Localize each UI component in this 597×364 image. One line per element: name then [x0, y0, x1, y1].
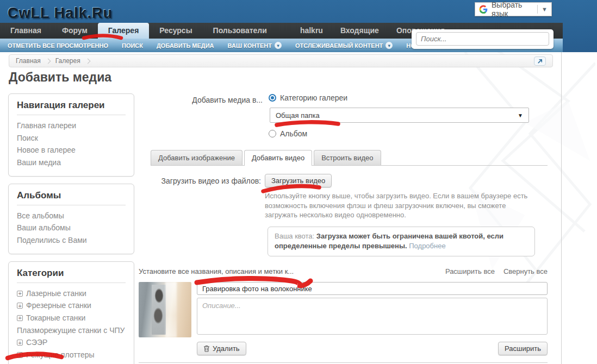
quota-label: Ваша квота:	[275, 232, 314, 240]
media-description-textarea[interactable]	[197, 298, 548, 335]
chevron-right-icon	[45, 58, 51, 64]
video-thumbnail[interactable]	[139, 282, 191, 337]
sidebar-item-all-albums[interactable]: Все альбомы	[17, 210, 126, 222]
tab-embed-video[interactable]: Встроить видео	[314, 150, 381, 165]
sidebar-categories: Категории Лазерные станки Фрезерные стан…	[8, 261, 134, 364]
chevron-down-icon	[275, 42, 282, 49]
add-to-label: Добавить медиа в...	[139, 93, 263, 138]
category-select[interactable]: Общая папка ▼	[270, 108, 529, 123]
external-arrow-icon[interactable]	[534, 57, 546, 66]
page-title: Добавить медиа	[9, 70, 111, 85]
expand-all-link[interactable]: Расширить все	[445, 267, 495, 275]
search-container	[412, 29, 554, 49]
divider	[139, 362, 548, 363]
search-input[interactable]	[416, 32, 549, 46]
upload-help-text: Используйте кнопку выше, чтобы загрузить…	[265, 191, 539, 220]
collapse-all-link[interactable]: Свернуть все	[503, 267, 548, 275]
site-logo[interactable]: CwLL Halk.Ru	[8, 5, 113, 22]
trash-icon	[203, 345, 210, 352]
translate-separator	[537, 5, 538, 14]
thumbnail-engraving-plate	[152, 285, 166, 335]
delete-media-button[interactable]: Удалить	[197, 342, 246, 355]
sidebar: Навигация галереи Главная галереи Поиск …	[8, 93, 134, 364]
toolbar-search[interactable]: ПОИСК	[122, 42, 143, 49]
thumbnail-glare	[165, 282, 177, 337]
expand-plus-icon[interactable]	[17, 291, 23, 297]
radio-unselected-icon[interactable]	[269, 130, 276, 137]
sidebar-item-your-media[interactable]: Ваши медиа	[17, 156, 126, 169]
nav-tab-home[interactable]: Главная	[0, 23, 52, 39]
translate-widget[interactable]: Выбрать язык ▼	[475, 2, 552, 16]
sidebar-item-new-in-gallery[interactable]: Новое в галерее	[17, 144, 126, 156]
nav-tab-gallery[interactable]: Галерея	[98, 23, 150, 39]
sidebar-item-shared-with-you[interactable]: Поделились с Вами	[17, 234, 126, 247]
quota-box: Ваша квота: Загрузка может быть ограниче…	[268, 227, 535, 257]
sidebar-albums: Альбомы Все альбомы Ваши альбомы Поделил…	[8, 184, 134, 254]
toolbar-mark-read[interactable]: ОТМЕТИТЬ ВСЕ ПРОСМОТРЕННО	[8, 42, 108, 49]
sidebar-item-gallery-home[interactable]: Главная галереи	[17, 120, 126, 132]
sidebar-item-your-albums[interactable]: Ваши альбомы	[17, 222, 126, 234]
radio-selected-icon[interactable]	[269, 94, 276, 102]
sidebar-section-title: Навигация галереи	[17, 100, 126, 115]
expand-plus-icon[interactable]	[17, 340, 23, 346]
chevron-down-icon	[385, 42, 393, 49]
chevron-right-icon	[85, 58, 90, 64]
translate-label: Выбрать язык	[492, 1, 533, 18]
add-media-form: Добавить медиа в... Категорию галереи Об…	[139, 93, 548, 364]
category-milling[interactable]: Фрезерные станки	[17, 299, 126, 312]
media-type-tabs: Добавить изображение Добавить видео Встр…	[151, 150, 548, 166]
expand-plus-icon[interactable]	[17, 315, 23, 321]
tab-add-image[interactable]: Добавить изображение	[151, 150, 242, 165]
nav-tab-resources[interactable]: Ресурсы	[149, 23, 202, 39]
expand-plus-icon[interactable]	[17, 303, 23, 309]
category-plasma[interactable]: Плазморежущие станки с ЧПУ	[17, 324, 126, 337]
category-seer[interactable]: СЭЭР	[17, 336, 126, 349]
sidebar-gallery-navigation: Навигация галереи Главная галереи Поиск …	[8, 93, 134, 177]
page-right-border	[561, 52, 562, 364]
category-plotters[interactable]: Режущие плоттеры	[17, 349, 126, 361]
quota-more-link[interactable]: Подробнее	[409, 242, 445, 250]
category-laser[interactable]: Лазерные станки	[17, 287, 126, 300]
chevron-down-icon: ▼	[518, 112, 523, 118]
nav-username[interactable]: halkru	[291, 23, 332, 39]
category-presses[interactable]: Тигельные прессы	[17, 361, 126, 364]
set-all-label: Установите все названия, описания и метк…	[139, 267, 294, 275]
google-g-icon	[479, 5, 488, 14]
radio-album[interactable]: Альбом	[269, 129, 548, 138]
sidebar-section-title: Альбомы	[17, 190, 126, 205]
toolbar-followed-content[interactable]: ОТСЛЕЖИВАЕМЫЙ КОНТЕНТ	[295, 42, 393, 49]
media-item	[139, 282, 548, 337]
breadcrumb-home[interactable]: Главная	[16, 57, 41, 65]
breadcrumb: Главная Галерея	[9, 54, 553, 67]
breadcrumb-gallery[interactable]: Галерея	[55, 57, 80, 65]
tab-add-video[interactable]: Добавить видео	[244, 150, 312, 166]
chevron-down-icon[interactable]: ▼	[542, 6, 548, 12]
expand-media-button[interactable]: Расширить	[498, 342, 548, 355]
media-title-input[interactable]	[197, 282, 548, 295]
expand-plus-icon[interactable]	[17, 352, 23, 358]
radio-gallery-category[interactable]: Категорию галереи	[269, 93, 548, 102]
sidebar-section-title: Категории	[17, 268, 126, 283]
category-lathe[interactable]: Токарные станки	[17, 312, 126, 324]
upload-from-files-label: Загрузить видео из файлов:	[139, 177, 261, 185]
upload-video-button[interactable]: Загрузить видео	[265, 174, 332, 187]
nav-tab-forum[interactable]: Форум	[52, 23, 98, 39]
sidebar-item-search[interactable]: Поиск	[17, 132, 126, 145]
toolbar-your-content[interactable]: ВАШ КОНТЕНТ	[228, 42, 282, 49]
nav-tab-users[interactable]: Пользователи	[203, 23, 277, 39]
nav-inbox[interactable]: Входящие	[332, 23, 388, 39]
toolbar-add-media[interactable]: ДОБАВИТЬ МЕДИА	[157, 42, 214, 49]
